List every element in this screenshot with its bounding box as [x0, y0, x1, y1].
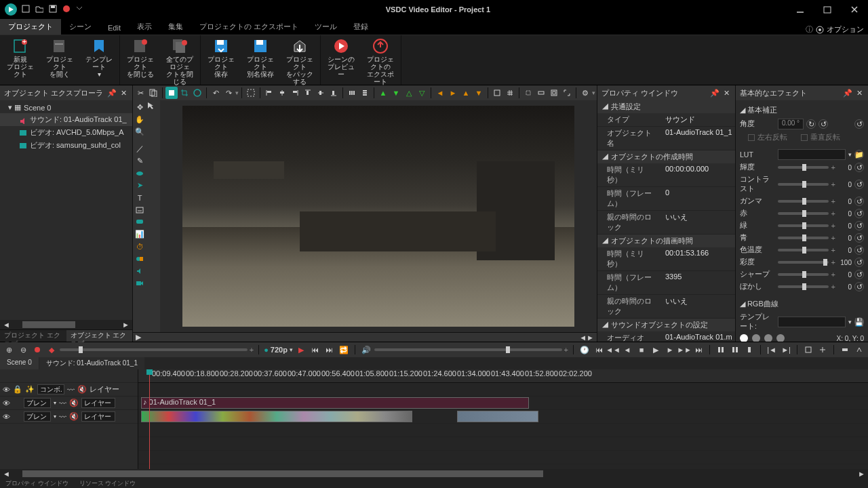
- reset-icon[interactable]: ↺: [854, 163, 864, 172]
- close-button[interactable]: [841, 0, 868, 19]
- fx-slider[interactable]: [778, 212, 829, 215]
- pack-project-button[interactable]: プロジェクト をパックする: [283, 37, 316, 85]
- qat-open-icon[interactable]: [35, 5, 45, 14]
- tree-item-video1[interactable]: ビデオ: AVCHD_5.0Mbps_A: [0, 126, 132, 139]
- reset-icon[interactable]: ↺: [854, 282, 864, 291]
- video-tool-icon[interactable]: [134, 277, 146, 289]
- select-icon[interactable]: [245, 87, 257, 99]
- crop-tool-icon[interactable]: [178, 87, 191, 99]
- qat-dropdown-icon[interactable]: [76, 5, 85, 14]
- arrow-tool-icon[interactable]: ➤: [134, 180, 146, 191]
- tab-project[interactable]: プロジェクト: [0, 19, 61, 35]
- tl-opt3-icon[interactable]: [839, 344, 851, 356]
- gear-icon[interactable]: [816, 26, 824, 34]
- safe-area-icon[interactable]: [548, 87, 560, 99]
- pin-icon[interactable]: 📌: [842, 89, 854, 98]
- rgb-all-icon[interactable]: [740, 334, 748, 342]
- open-project-button[interactable]: プロジェクト を開く: [43, 37, 76, 78]
- preview-canvas[interactable]: [160, 100, 597, 332]
- tl-opt4-icon[interactable]: [853, 344, 865, 356]
- align-left-icon[interactable]: [263, 87, 275, 99]
- copy-icon[interactable]: [147, 87, 159, 99]
- playhead[interactable]: [149, 369, 150, 469]
- reset-angle-icon[interactable]: ↺: [854, 119, 864, 129]
- fx-slider[interactable]: [778, 166, 829, 169]
- ruler-icon[interactable]: [535, 87, 547, 99]
- align-vcenter-icon[interactable]: [315, 87, 327, 99]
- scene-node[interactable]: ▾ ▦Scene 0: [0, 102, 132, 113]
- close-panel-icon[interactable]: ✕: [119, 89, 128, 98]
- timeline-tracks[interactable]: 00:09.40000:18.80000:28.20000:37.60000:4…: [138, 369, 868, 469]
- wave-icon[interactable]: 〰: [59, 399, 66, 407]
- explorer-h-scroll[interactable]: ◄►: [0, 320, 132, 329]
- tl-stop-icon[interactable]: ■: [635, 344, 648, 356]
- tab-view[interactable]: 表示: [129, 19, 160, 35]
- tl-clock-icon[interactable]: 🕐: [578, 344, 591, 356]
- move-tool-icon[interactable]: ✥: [134, 102, 146, 113]
- distribute-v-icon[interactable]: [359, 87, 371, 99]
- blend-mode-input[interactable]: [24, 398, 51, 408]
- rotate-ccw-icon[interactable]: ↺: [818, 119, 828, 129]
- tl-start-icon[interactable]: ⏮: [309, 344, 321, 356]
- object-explorer-tab[interactable]: オブジェクト エクスプ...: [66, 330, 133, 342]
- reset-icon[interactable]: ↺: [854, 221, 864, 230]
- fullscreen-icon[interactable]: [561, 87, 573, 99]
- footer-tab-properties[interactable]: プロパティ ウインドウ: [0, 479, 74, 488]
- mute-icon[interactable]: 🔇: [69, 412, 79, 421]
- close-panel-icon[interactable]: ✕: [722, 89, 731, 98]
- pin-icon[interactable]: 📌: [709, 89, 721, 98]
- fx-basic-header[interactable]: ◢ 基本補正: [738, 103, 865, 117]
- lock-icon[interactable]: 🔒: [13, 385, 22, 394]
- video-clip[interactable]: [141, 411, 412, 422]
- lut-folder-icon[interactable]: 📁: [854, 150, 864, 159]
- reset-icon[interactable]: ↺: [854, 233, 864, 243]
- lut-select[interactable]: [778, 149, 846, 160]
- pin-icon[interactable]: 📌: [106, 89, 118, 98]
- close-panel-icon[interactable]: ✕: [855, 89, 864, 98]
- maximize-button[interactable]: [814, 0, 841, 19]
- undo-icon[interactable]: ↶: [210, 87, 222, 99]
- tl-mark-out-icon[interactable]: [729, 344, 741, 356]
- rect-tool-icon[interactable]: [165, 87, 178, 99]
- fx-slider[interactable]: [778, 249, 829, 251]
- pen-tool-icon[interactable]: ✎: [134, 155, 146, 167]
- fx-rgb-header[interactable]: ◢ RGB曲線: [738, 297, 865, 311]
- template-select[interactable]: [778, 317, 846, 327]
- mute-icon[interactable]: 🔇: [69, 399, 79, 407]
- send-back-icon[interactable]: ▼: [390, 87, 402, 99]
- help-icon[interactable]: ⓘ: [806, 24, 813, 35]
- tab-scene[interactable]: シーン: [61, 19, 100, 35]
- tl-volume-slider[interactable]: [374, 348, 562, 351]
- tooltip-tool-icon[interactable]: [134, 216, 146, 228]
- zoom-tool-icon[interactable]: 🔍: [134, 126, 146, 138]
- align-top-icon[interactable]: [302, 87, 314, 99]
- video-clip[interactable]: [457, 411, 538, 422]
- tl-opt2-icon[interactable]: [816, 344, 829, 356]
- grid-icon[interactable]: [504, 87, 516, 99]
- footer-tab-resources[interactable]: リソース ウインドウ: [74, 479, 142, 488]
- qat-record-icon[interactable]: [62, 5, 72, 14]
- go-down-icon[interactable]: ▼: [473, 87, 485, 99]
- audio-clip[interactable]: ♪ 01-AudioTrack 01_1: [141, 397, 529, 409]
- tl-loop-icon[interactable]: 🔁: [338, 344, 350, 356]
- tl-add-icon[interactable]: ⊕: [3, 344, 15, 356]
- rgb-r-icon[interactable]: [752, 334, 760, 342]
- tab-export[interactable]: プロジェクトの エクスポート: [191, 19, 307, 35]
- tl-remove-icon[interactable]: ⊖: [17, 344, 29, 356]
- resolution-label[interactable]: 720p: [271, 346, 288, 354]
- reset-icon[interactable]: ↺: [854, 270, 864, 279]
- rgb-b-icon[interactable]: [776, 334, 785, 342]
- timeline-h-scroll[interactable]: ◄►: [0, 469, 868, 479]
- project-explorer-tab[interactable]: プロジェクト エクスプ...: [0, 330, 66, 342]
- reset-icon[interactable]: ↺: [854, 258, 864, 267]
- options-label[interactable]: オプション: [827, 24, 864, 35]
- angle-input[interactable]: 0.00 °: [778, 119, 804, 129]
- redo-icon[interactable]: ↷: [222, 87, 235, 99]
- audio-tool-icon[interactable]: [134, 265, 146, 277]
- tl-rec-icon[interactable]: [31, 344, 43, 356]
- forward-icon[interactable]: △: [403, 87, 415, 99]
- tl-zoom-slider[interactable]: [60, 348, 248, 351]
- reset-icon[interactable]: ↺: [854, 180, 864, 189]
- tl-last-icon[interactable]: ⏭: [692, 344, 705, 356]
- timeline-ruler[interactable]: 00:09.40000:18.80000:28.20000:37.60000:4…: [138, 369, 868, 383]
